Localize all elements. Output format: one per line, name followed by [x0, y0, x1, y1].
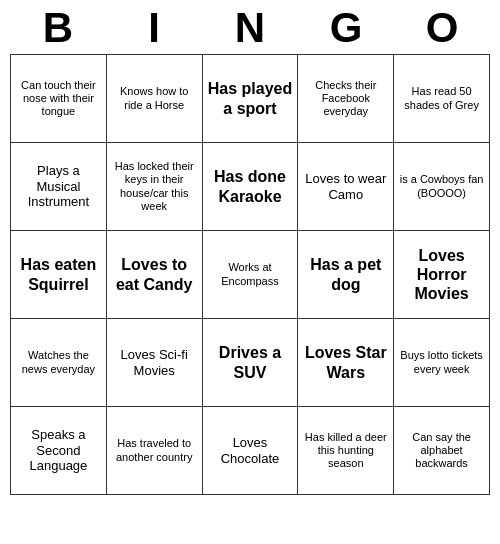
- cell-0-1: Knows how to ride a Horse: [106, 55, 202, 143]
- cell-1-2: Has done Karaoke: [202, 143, 298, 231]
- bingo-letter-b: B: [14, 4, 102, 52]
- cell-0-3: Checks their Facebook everyday: [298, 55, 394, 143]
- bingo-grid: Can touch their nose with their tongueKn…: [10, 54, 490, 495]
- cell-2-2: Works at Encompass: [202, 231, 298, 319]
- cell-3-4: Buys lotto tickets every week: [394, 319, 490, 407]
- cell-3-1: Loves Sci-fi Movies: [106, 319, 202, 407]
- cell-4-0: Speaks a Second Language: [11, 407, 107, 495]
- bingo-letter-n: N: [206, 4, 294, 52]
- bingo-letter-o: O: [398, 4, 486, 52]
- cell-2-3: Has a pet dog: [298, 231, 394, 319]
- bingo-letter-i: I: [110, 4, 198, 52]
- cell-4-1: Has traveled to another country: [106, 407, 202, 495]
- cell-4-4: Can say the alphabet backwards: [394, 407, 490, 495]
- cell-3-0: Watches the news everyday: [11, 319, 107, 407]
- cell-1-0: Plays a Musical Instrument: [11, 143, 107, 231]
- cell-0-0: Can touch their nose with their tongue: [11, 55, 107, 143]
- cell-2-1: Loves to eat Candy: [106, 231, 202, 319]
- cell-0-2: Has played a sport: [202, 55, 298, 143]
- cell-3-2: Drives a SUV: [202, 319, 298, 407]
- cell-4-3: Has killed a deer this hunting season: [298, 407, 394, 495]
- cell-3-3: Loves Star Wars: [298, 319, 394, 407]
- bingo-title: BINGO: [10, 0, 490, 54]
- cell-0-4: Has read 50 shades of Grey: [394, 55, 490, 143]
- cell-1-3: Loves to wear Camo: [298, 143, 394, 231]
- cell-1-1: Has locked their keys in their house/car…: [106, 143, 202, 231]
- bingo-letter-g: G: [302, 4, 390, 52]
- cell-2-4: Loves Horror Movies: [394, 231, 490, 319]
- cell-2-0: Has eaten Squirrel: [11, 231, 107, 319]
- cell-4-2: Loves Chocolate: [202, 407, 298, 495]
- cell-1-4: is a Cowboys fan (BOOOO): [394, 143, 490, 231]
